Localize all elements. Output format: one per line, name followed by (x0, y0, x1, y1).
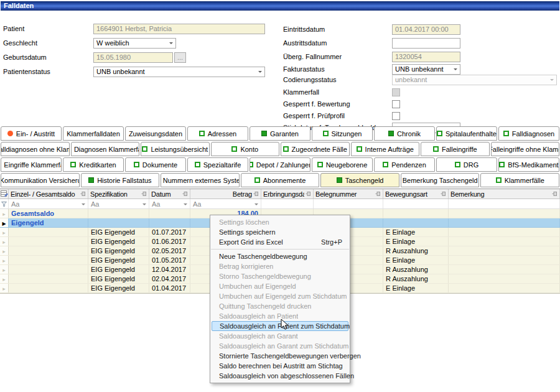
tab-historie-fallstatus[interactable]: Historie Fallstatus (81, 173, 160, 187)
column-chooser-button[interactable] (0, 189, 9, 198)
gesperrt-bewertung-checkbox[interactable] (392, 100, 400, 108)
tab-klammerfaelle[interactable]: Klammerfälle (480, 173, 559, 187)
tab-zuweisungsdaten[interactable]: Zuweisungsdaten (125, 126, 186, 141)
filter-cell-erbringungsdatum[interactable] (261, 199, 314, 208)
menu-item-storno-taschengeldbewegung: Storno Taschengeldbewegung (210, 271, 350, 281)
col-header-spezifikation[interactable]: Spezifikation (88, 189, 149, 198)
menu-item-stornierte-verbergen[interactable]: Stornierte Taschengeldbewegungen verberg… (210, 351, 350, 361)
tab-garanten[interactable]: Garanten (250, 126, 310, 141)
pin-icon (306, 191, 311, 197)
filter-cell-spezifikation[interactable]: Aa (88, 199, 149, 208)
tab-diagnosen-klammerfall[interactable]: Diagnosen Klammerfall (71, 142, 140, 156)
austrittsdatum-field[interactable] (392, 38, 460, 49)
tab-interne-auftraege[interactable]: Interne Aufträge (351, 142, 420, 156)
geburtsdatum-label: Geburtsdatum (3, 54, 93, 61)
tab-adressen[interactable]: Adressen (187, 126, 248, 141)
chevron-down-icon (82, 203, 85, 207)
cell-bemerkung (449, 228, 560, 236)
tab-taschengeld[interactable]: Taschengeld (320, 173, 399, 187)
tab-chronik[interactable]: Chronik (374, 126, 435, 141)
filter-cell-datum[interactable]: Aa (149, 199, 190, 208)
filter-cell-bewegungsart[interactable] (383, 199, 449, 208)
geburtsdatum-field[interactable]: 15.05.1980 (93, 52, 173, 63)
tab-row-1: Ein- / Austritt Klammerfalldaten Zuweisu… (0, 126, 560, 141)
col-header-erbringungsdatum[interactable]: Erbringungsdatum (261, 189, 314, 198)
menu-item-saldoausgleich-abgeschlossene[interactable]: Saldoausgleich von abgeschlossenen Fälle… (210, 371, 350, 381)
green-square-outline-icon (433, 146, 439, 152)
tab-kreditkarten[interactable]: Kreditkarten (63, 157, 124, 172)
filter-cell-bemerkung[interactable] (449, 199, 560, 208)
col-header-bemerkung[interactable]: Bemerkung (449, 189, 560, 198)
patientenstatus-select[interactable]: UNB unbekannt (93, 67, 265, 77)
tab-kommunikation-versicherung[interactable]: Kommunikation Versicherung (1, 173, 80, 187)
eintrittsdatum-field[interactable]: 01.04.2017 00:00 (392, 24, 460, 35)
menu-item-label: Export Grid ins Excel (219, 238, 283, 246)
tab-nummern-externes-system[interactable]: Nummern externes System (161, 173, 240, 187)
tab-klammerfalldaten[interactable]: Klammerfalldaten (63, 126, 124, 141)
cell-bewegungsart (383, 209, 449, 218)
col-header-betrag[interactable]: Betrag (190, 189, 261, 198)
tab-falldiagnosen-ohne-klammer[interactable]: Falldiagnosen ohne Klammer (1, 142, 70, 156)
patient-field[interactable]: 1664901 Herbst, Patricia (93, 24, 265, 34)
gesperrt-pruefprofil-checkbox[interactable] (392, 112, 400, 120)
tab-ein-austritt[interactable]: Ein- / Austritt (1, 126, 62, 141)
cell-saldo (9, 274, 88, 283)
menu-item-export-grid-excel[interactable]: Export Grid ins ExcelStrg+P (210, 237, 350, 247)
tab-spezialtarife[interactable]: Spezialtarife (187, 157, 248, 172)
cell-spezifikation: EIG Eigengeld (88, 274, 149, 283)
tab-spitalaufenthalte[interactable]: Spitalaufenthalte (436, 126, 497, 141)
green-square-outline-icon (496, 177, 502, 183)
col-header-label: Einzel- / Gesamtsaldo (11, 190, 79, 198)
row-arrow-icon (2, 256, 6, 264)
tab-neugeborene[interactable]: Neugeborene (312, 157, 373, 172)
tab-pendenzen[interactable]: Pendenzen (374, 157, 435, 172)
chevron-down-icon (258, 71, 262, 75)
tab-dokumente[interactable]: Dokumente (125, 157, 186, 172)
filter-cell-saldo[interactable]: Aa (9, 199, 88, 208)
menu-item-settings-speichern[interactable]: Settings speichern (210, 227, 350, 237)
tab-label: BfS-Medikament (508, 161, 558, 169)
tab-falleingriffe[interactable]: Falleingriffe (421, 142, 490, 156)
filter-cell-betrag[interactable]: Aa (190, 199, 261, 208)
cell-spezifikation: EIG Eigengeld (88, 265, 149, 274)
chevron-down-icon (454, 68, 457, 72)
tab-abonnemente[interactable]: Abonnemente (241, 173, 320, 187)
menu-item-saldo-berechnen-austritt[interactable]: Saldo berechnen bei Austritt am Stichtag (210, 361, 350, 371)
col-header-datum[interactable]: Datum (149, 189, 190, 198)
tab-depot-zahlungen[interactable]: Depot / Zahlungen (250, 157, 310, 172)
klammerfall-label: Klammerfall (283, 88, 392, 96)
tab-bemerkung-taschengeld[interactable]: Bemerkung Taschengeld (401, 173, 480, 187)
tab-leistungsuebersicht[interactable]: Leistungsübersicht (141, 142, 210, 156)
geschlecht-value: W weiblich (96, 39, 129, 47)
tab-falldiagnosen[interactable]: Falldiagnosen (498, 126, 559, 141)
row-arrow-icon (2, 210, 6, 217)
col-header-belegnummer[interactable]: Belegnummer (314, 189, 383, 198)
cell-bemerkung (449, 256, 560, 264)
menu-item-umbuchen-eigengeld: Umbuchen auf Eigengeld (210, 281, 350, 291)
menu-separator (211, 249, 349, 250)
tab-zugeordnete-faelle[interactable]: Zugeordnete Fälle (281, 142, 350, 156)
col-header-einzel-gesamtsaldo[interactable]: Einzel- / Gesamtsaldo (9, 189, 88, 198)
tab-sitzungen[interactable]: Sitzungen (312, 126, 373, 141)
filter-cell-belegnummer[interactable] (314, 199, 383, 208)
col-header-bewegungsart[interactable]: Bewegungsart (383, 189, 449, 198)
tab-drg[interactable]: DRG (436, 157, 497, 172)
cell-bewegungsart: R Auszahlung (383, 246, 449, 255)
col-header-label: Bewegungsart (385, 190, 439, 198)
pin-icon (182, 191, 188, 197)
fakturastatus-select[interactable]: UNB unbekannt (392, 64, 460, 75)
cell-datum: 02.05.2017 (149, 246, 190, 255)
tab-falleingriffe-ohne-klammer[interactable]: Falleingriffe ohne Klammer (491, 142, 560, 156)
tab-bfs-medikament[interactable]: BfS-Medikament (498, 157, 559, 172)
fallnummer-field[interactable]: 1320054 (392, 52, 460, 62)
gesperrt-bewertung-label: Gesperrt f. Bewertung (283, 100, 392, 108)
filter-button[interactable] (0, 199, 9, 208)
menu-item-neue-taschengeldbewegung[interactable]: Neue Taschengeldbewegung (210, 251, 350, 261)
tab-konto[interactable]: Konto (211, 142, 280, 156)
tab-label: Klammerfalldaten (67, 130, 120, 138)
chevron-down-icon (142, 203, 146, 207)
tab-eingriffe-klammerfall[interactable]: Eingriffe Klammerfall (1, 157, 62, 172)
geschlecht-select[interactable]: W weiblich (93, 38, 176, 49)
menu-item-betrag-korrigieren: Betrag korrigieren (210, 261, 350, 271)
menu-item-saldoausgleich-patient-stichdatum[interactable]: Saldoausgleich an Patient zum Stichdatum (212, 321, 348, 331)
